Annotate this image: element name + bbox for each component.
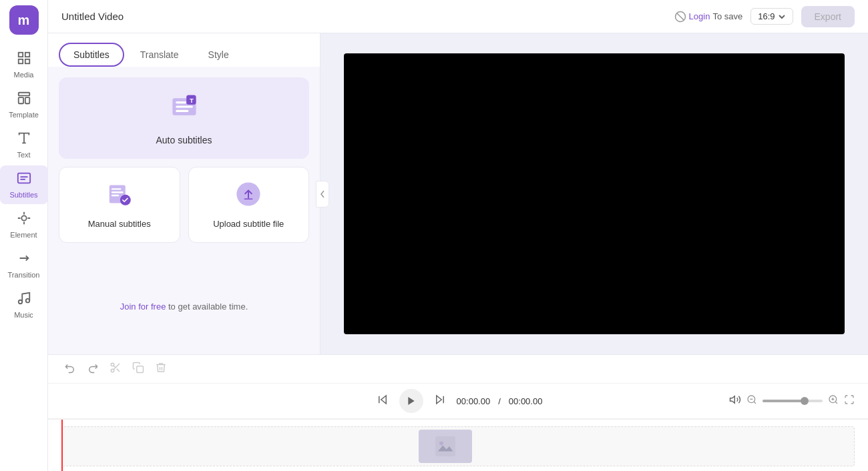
logo-letter: m <box>18 13 30 28</box>
sidebar-item-label-text: Text <box>17 151 30 159</box>
svg-marker-37 <box>730 396 735 404</box>
main-area: Untitled Video Login To save 16:9 Export… <box>48 0 868 471</box>
toolbar-row <box>48 355 868 384</box>
svg-rect-0 <box>18 53 22 57</box>
manual-subtitles-icon <box>106 181 133 212</box>
transition-icon <box>17 251 31 269</box>
tab-style[interactable]: Style <box>195 43 242 67</box>
svg-marker-34 <box>408 397 414 405</box>
svg-rect-6 <box>25 97 29 103</box>
current-time: 00:00.00 <box>457 396 491 406</box>
svg-rect-7 <box>17 173 29 183</box>
join-free-container: Join for free to get available time. <box>59 291 309 322</box>
content-area: Subtitles Translate Style T <box>48 33 868 354</box>
video-title: Untitled Video <box>61 11 674 22</box>
zoom-out-icon[interactable] <box>746 394 757 408</box>
header: Untitled Video Login To save 16:9 Export <box>48 0 868 33</box>
svg-rect-21 <box>112 188 121 189</box>
svg-marker-35 <box>436 396 441 404</box>
tab-subtitles[interactable]: Subtitles <box>59 43 124 67</box>
subtitle-cards-row: Manual subtitles Upload subtitle file <box>59 167 309 243</box>
export-button[interactable]: Export <box>801 6 855 27</box>
play-pause-button[interactable] <box>399 389 423 413</box>
auto-subtitles-card[interactable]: T Auto subtitles <box>59 77 309 159</box>
time-separator: / <box>498 396 501 406</box>
timeline-tracks: Drag and drop media to timeline. <box>48 420 868 471</box>
svg-point-27 <box>111 369 114 372</box>
svg-rect-16 <box>176 105 193 107</box>
svg-point-26 <box>111 363 114 366</box>
tab-translate[interactable]: Translate <box>127 43 192 67</box>
skip-end-button[interactable] <box>431 391 449 411</box>
svg-rect-22 <box>112 191 124 193</box>
svg-rect-31 <box>137 366 144 373</box>
login-link[interactable]: Login <box>689 11 710 21</box>
sidebar-item-label-media: Media <box>14 71 34 79</box>
media-thumbnail <box>419 430 472 463</box>
svg-point-46 <box>439 442 443 446</box>
sidebar-item-template[interactable]: Template <box>0 85 48 124</box>
preview-area <box>320 33 868 354</box>
sidebar-item-transition[interactable]: Transition <box>0 246 48 284</box>
auto-subtitles-label: Auto subtitles <box>156 135 212 145</box>
aspect-ratio-selector[interactable]: 16:9 <box>750 8 793 25</box>
sidebar-item-music[interactable]: Music <box>0 286 48 324</box>
svg-rect-5 <box>18 97 23 103</box>
svg-rect-23 <box>112 195 119 196</box>
undo-button[interactable] <box>61 359 79 379</box>
join-free-link[interactable]: Join for free <box>120 302 166 312</box>
sidebar-item-label-element: Element <box>10 231 37 239</box>
zoom-slider[interactable] <box>763 400 823 402</box>
svg-point-12 <box>25 299 29 303</box>
svg-line-13 <box>676 13 684 20</box>
cut-button[interactable] <box>107 359 124 379</box>
main-track[interactable] <box>61 426 855 466</box>
svg-rect-4 <box>18 93 29 96</box>
join-free-suffix: to get available time. <box>166 302 248 312</box>
skip-start-button[interactable] <box>374 391 391 411</box>
volume-icon[interactable] <box>729 394 741 408</box>
svg-rect-15 <box>176 101 186 103</box>
svg-line-30 <box>114 366 116 368</box>
app-logo[interactable]: m <box>9 5 39 35</box>
sidebar-item-subtitles[interactable]: Subtitles <box>0 165 48 204</box>
sidebar-item-label-music: Music <box>14 311 33 319</box>
save-icon <box>674 11 686 23</box>
delete-button[interactable] <box>152 359 170 379</box>
element-icon <box>17 211 31 229</box>
aspect-ratio-value: 16:9 <box>758 11 775 21</box>
redo-button[interactable] <box>84 359 101 379</box>
playback-center: 00:00.00 / 00:00.00 <box>374 389 543 413</box>
fullscreen-button[interactable] <box>844 394 855 408</box>
panel-tabs: Subtitles Translate Style <box>48 33 320 67</box>
svg-line-29 <box>117 369 120 372</box>
sidebar-item-label-template: Template <box>9 111 39 119</box>
panel-body: T Auto subtitles <box>48 67 320 354</box>
svg-marker-32 <box>381 396 386 404</box>
copy-button[interactable] <box>130 359 147 379</box>
manual-subtitles-card[interactable]: Manual subtitles <box>59 167 180 243</box>
panel-collapse-button[interactable] <box>316 181 329 207</box>
playback-controls: 00:00.00 / 00:00.00 <box>48 384 868 419</box>
total-time: 00:00.00 <box>509 396 543 406</box>
template-icon <box>17 91 31 109</box>
text-icon <box>17 131 31 149</box>
sidebar-item-media[interactable]: Media <box>0 45 48 84</box>
svg-line-42 <box>835 402 837 404</box>
svg-point-10 <box>21 215 26 220</box>
music-icon <box>17 291 31 309</box>
upload-subtitle-label: Upload subtitle file <box>213 219 284 229</box>
sidebar-item-text[interactable]: Text <box>0 125 48 164</box>
upload-subtitle-card[interactable]: Upload subtitle file <box>188 167 310 243</box>
thumbnail-image-icon <box>435 436 455 456</box>
svg-rect-45 <box>435 436 455 456</box>
zoom-in-icon[interactable] <box>828 394 839 408</box>
sidebar-item-element[interactable]: Element <box>0 205 48 244</box>
svg-line-39 <box>754 402 756 404</box>
to-save-text: To save <box>712 11 742 21</box>
sidebar-item-label-subtitles: Subtitles <box>9 191 37 199</box>
auto-subtitles-icon: T <box>168 91 200 128</box>
subtitles-icon <box>17 171 31 189</box>
header-right: Login To save 16:9 Export <box>674 6 855 27</box>
sidebar-item-label-transition: Transition <box>8 271 40 279</box>
